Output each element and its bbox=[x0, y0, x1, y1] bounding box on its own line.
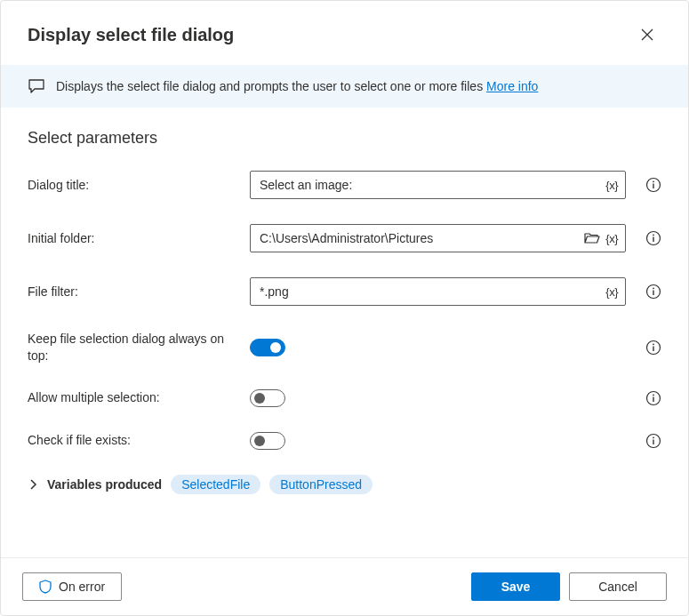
row-initial-folder: Initial folder: {x} bbox=[28, 224, 661, 252]
control-initial-folder: {x} bbox=[250, 224, 626, 252]
svg-rect-10 bbox=[653, 346, 653, 351]
row-file-filter: File filter: {x} bbox=[28, 277, 661, 306]
variable-token-icon[interactable]: {x} bbox=[605, 179, 618, 192]
label-dialog-title: Dialog title: bbox=[28, 177, 241, 194]
more-info-link[interactable]: More info bbox=[486, 79, 538, 93]
svg-rect-4 bbox=[653, 237, 653, 243]
close-icon bbox=[641, 28, 653, 41]
variables-produced-row: Variables produced SelectedFile ButtonPr… bbox=[28, 475, 661, 494]
dialog-panel: Display select file dialog Displays the … bbox=[0, 0, 689, 616]
save-button[interactable]: Save bbox=[471, 572, 560, 601]
help-allow-multiple[interactable] bbox=[645, 390, 661, 406]
allow-multiple-toggle[interactable] bbox=[250, 389, 285, 407]
row-check-exists: Check if file exists: bbox=[28, 432, 661, 450]
info-icon bbox=[645, 230, 661, 246]
variable-chip-buttonpressed[interactable]: ButtonPressed bbox=[269, 475, 373, 494]
variable-token-icon[interactable]: {x} bbox=[605, 285, 618, 299]
label-file-filter: File filter: bbox=[28, 284, 241, 300]
svg-point-5 bbox=[653, 234, 654, 236]
help-dialog-title[interactable] bbox=[645, 177, 661, 193]
dialog-header: Display select file dialog bbox=[1, 1, 688, 65]
info-icon bbox=[645, 340, 661, 356]
input-wrap-dialog-title: {x} bbox=[250, 171, 626, 199]
label-initial-folder: Initial folder: bbox=[28, 230, 241, 247]
variables-label: Variables produced bbox=[47, 477, 162, 492]
variable-chip-selectedfile[interactable]: SelectedFile bbox=[171, 475, 260, 494]
info-icon bbox=[645, 433, 661, 449]
label-always-on-top: Keep file selection dialog always on top… bbox=[28, 331, 241, 364]
svg-point-14 bbox=[653, 394, 654, 396]
help-always-on-top[interactable] bbox=[645, 340, 661, 356]
info-text: Displays the select file dialog and prom… bbox=[56, 79, 538, 93]
svg-rect-16 bbox=[653, 439, 653, 444]
info-icon bbox=[645, 177, 661, 193]
info-icon bbox=[645, 390, 661, 406]
folder-open-icon[interactable] bbox=[584, 232, 600, 244]
info-icon bbox=[645, 284, 661, 300]
section-heading: Select parameters bbox=[28, 129, 661, 148]
svg-point-2 bbox=[653, 180, 654, 182]
row-always-on-top: Keep file selection dialog always on top… bbox=[28, 331, 661, 364]
help-file-filter[interactable] bbox=[645, 284, 661, 300]
shield-icon bbox=[39, 580, 52, 594]
initial-folder-input[interactable] bbox=[251, 225, 584, 252]
control-allow-multiple bbox=[250, 389, 626, 407]
row-allow-multiple: Allow multiple selection: bbox=[28, 389, 661, 407]
cancel-label: Cancel bbox=[598, 580, 637, 594]
close-button[interactable] bbox=[633, 20, 661, 49]
dialog-footer: On error Save Cancel bbox=[1, 557, 688, 615]
label-check-exists: Check if file exists: bbox=[28, 432, 241, 449]
dialog-title-input[interactable] bbox=[251, 172, 605, 198]
input-wrap-initial-folder: {x} bbox=[250, 224, 626, 252]
svg-point-17 bbox=[653, 436, 654, 438]
input-suffix: {x} bbox=[605, 179, 625, 192]
dialog-title: Display select file dialog bbox=[28, 25, 234, 45]
svg-rect-1 bbox=[653, 184, 653, 189]
comment-icon bbox=[28, 77, 45, 95]
svg-point-8 bbox=[653, 287, 654, 289]
svg-rect-13 bbox=[653, 396, 653, 402]
check-exists-toggle[interactable] bbox=[250, 432, 285, 450]
control-always-on-top bbox=[250, 339, 626, 356]
input-suffix: {x} bbox=[584, 232, 625, 245]
control-file-filter: {x} bbox=[250, 277, 626, 306]
label-allow-multiple: Allow multiple selection: bbox=[28, 389, 241, 406]
help-check-exists[interactable] bbox=[645, 433, 661, 449]
info-text-content: Displays the select file dialog and prom… bbox=[56, 79, 486, 93]
control-dialog-title: {x} bbox=[250, 171, 626, 199]
file-filter-input[interactable] bbox=[251, 278, 605, 305]
svg-point-11 bbox=[653, 343, 654, 345]
on-error-label: On error bbox=[59, 580, 105, 594]
input-wrap-file-filter: {x} bbox=[250, 277, 626, 306]
save-label: Save bbox=[501, 580, 531, 594]
on-error-button[interactable]: On error bbox=[22, 572, 122, 601]
chevron-right-icon[interactable] bbox=[28, 479, 38, 490]
variable-token-icon[interactable]: {x} bbox=[605, 232, 618, 245]
info-banner: Displays the select file dialog and prom… bbox=[1, 65, 688, 108]
svg-rect-7 bbox=[653, 291, 653, 296]
cancel-button[interactable]: Cancel bbox=[569, 572, 667, 601]
row-dialog-title: Dialog title: {x} bbox=[28, 171, 661, 199]
control-check-exists bbox=[250, 432, 626, 450]
dialog-body: Select parameters Dialog title: {x} Init… bbox=[1, 108, 688, 557]
help-initial-folder[interactable] bbox=[645, 230, 661, 246]
input-suffix: {x} bbox=[605, 285, 625, 299]
footer-actions: Save Cancel bbox=[471, 572, 667, 601]
always-on-top-toggle[interactable] bbox=[250, 339, 285, 356]
